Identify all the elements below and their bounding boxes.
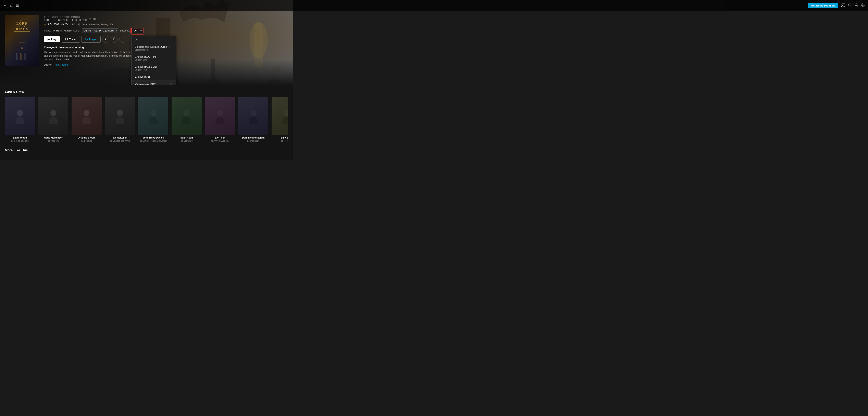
trash-icon	[113, 37, 116, 41]
cast-card-3[interactable]: Ian McKellen as Gandalf the White	[105, 97, 135, 142]
cast-card-7[interactable]: Dominic Monaghan as Meriadoc	[238, 97, 268, 142]
svg-point-39	[184, 110, 189, 116]
menu-icon[interactable]: ☰	[16, 3, 19, 8]
delete-button[interactable]	[111, 36, 118, 43]
director-link[interactable]: Peter Jackson	[54, 63, 69, 66]
main-content: THE LORD OF THE RINGS THE RETURN OF THE …	[0, 11, 293, 70]
subtitle-option-en-pgs[interactable]: English (PGSSUB) English-PGS	[131, 63, 176, 73]
subtitle-option-en-srt[interactable]: English (SRT)	[131, 73, 176, 80]
movie-info: THE LORD OF THE RINGS THE RETURN OF THE …	[44, 15, 288, 66]
image-icon[interactable]: ▣	[93, 17, 96, 20]
svg-point-41	[217, 110, 223, 116]
favorite-button[interactable]: ♥	[102, 36, 109, 43]
movie-title-area: THE LORD OF THE RINGS THE RETURN OF THE …	[44, 16, 288, 22]
svg-rect-15	[16, 54, 18, 60]
svg-point-40	[182, 117, 191, 124]
cast-name-0: Elijah Wood	[5, 136, 35, 139]
cast-photo-4	[138, 97, 168, 135]
cast-photo-inner-4	[138, 97, 168, 135]
subtitle-option-viet-subrip-content: Vietnamese (Default SUBRIP) Vietnamese S…	[135, 45, 170, 51]
home-icon[interactable]: ⌂	[10, 3, 12, 8]
svg-point-46	[282, 117, 288, 124]
more-button[interactable]: ···	[119, 36, 126, 43]
cast-section-title: Cast & Crew	[5, 90, 288, 94]
cast-photo-0	[5, 97, 35, 135]
tech-row: Video: 4K HEVC HDR10 Audio: English TRUE…	[44, 28, 288, 33]
svg-point-38	[149, 117, 158, 124]
cast-card-5[interactable]: Sean Astin as Samwise	[172, 97, 202, 142]
svg-point-45	[284, 110, 288, 116]
subtitle-option-viet-srt-content: Vietnamese (SRT)	[135, 83, 156, 85]
audio-select-wrapper[interactable]: English TRUEHD 7.1 (Default)	[82, 28, 118, 33]
cast-card-1[interactable]: Viggo Mortensen as Aragorn	[38, 97, 68, 142]
edit-icon[interactable]: ✎	[89, 17, 91, 20]
subtitle-select-wrapper[interactable]: Off	[131, 28, 144, 33]
cast-grid: Elijah Wood as Frodo Baggins Viggo Morte…	[5, 97, 288, 144]
subtitle-option-viet-subrip[interactable]: Vietnamese (Default SUBRIP) Vietnamese S…	[131, 43, 176, 53]
cast-card-2[interactable]: Orlando Bloom as Legolas	[71, 97, 102, 142]
subtitle-selected-value: Off	[134, 29, 137, 32]
subtitle-option-en-subrip-content: English (SUBRIP) English SRT	[135, 55, 156, 61]
cast-photo-inner-1	[38, 97, 68, 135]
trailer-button[interactable]: Trailer	[62, 36, 80, 43]
subtitle-option-en-pgs-content: English (PGSSUB) English-PGS	[135, 65, 157, 71]
subtitle-option-off[interactable]: Off	[131, 36, 176, 43]
video-label: Video:	[44, 29, 51, 32]
duration: 4h 23m	[61, 23, 69, 26]
cast-name-1: Viggo Mortensen	[38, 136, 68, 139]
cast-card-6[interactable]: Liv Tyler as Arwen Evenstar	[205, 97, 235, 142]
cast-photo-inner-7	[238, 97, 268, 135]
subtitle-option-off-label: Off	[135, 38, 138, 41]
subtitle-option-viet-srt[interactable]: Vietnamese (SRT) ✓	[131, 80, 176, 85]
svg-point-35	[117, 110, 123, 116]
played-button[interactable]: Played	[82, 36, 101, 43]
cast-photo-inner-2	[71, 97, 102, 135]
cast-photo-inner-3	[105, 97, 135, 135]
cast-photo-inner-8	[272, 97, 288, 135]
svg-point-36	[116, 117, 124, 124]
video-format: 4K HEVC HDR10	[53, 29, 71, 32]
nav-left: ← ⌂ ☰	[3, 3, 293, 8]
cast-photo-2	[71, 97, 102, 135]
back-icon[interactable]: ←	[3, 3, 7, 8]
cast-photo-1	[38, 97, 68, 135]
audio-select[interactable]: English TRUEHD 7.1 (Default)	[82, 28, 118, 33]
year: 2004	[54, 23, 59, 26]
cast-role-6: as Arwen Evenstar	[205, 140, 235, 142]
svg-rect-17	[20, 54, 22, 60]
cast-name-8: Billy Boyd	[272, 136, 288, 139]
more-like-this-title: More Like This	[5, 148, 288, 152]
cast-card-8[interactable]: Billy Boyd as Peregrin	[272, 97, 288, 142]
cast-name-2: Orlando Bloom	[71, 136, 102, 139]
subtitle-option-en-subrip-sub: English SRT	[135, 59, 156, 61]
star-icon: ★	[44, 23, 46, 26]
cast-card-4[interactable]: John Rhys-Davies as Gimli / Treebeard (v…	[138, 97, 168, 142]
subtitle-trigger[interactable]: Off	[131, 28, 144, 33]
subtitle-option-en-srt-content: English (SRT)	[135, 75, 151, 78]
svg-point-14	[21, 47, 23, 49]
subtitle-option-viet-subrip-label: Vietnamese (Default SUBRIP)	[135, 45, 170, 48]
cast-name-7: Dominic Monaghan	[238, 136, 268, 139]
svg-point-33	[84, 110, 89, 116]
cast-name-6: Liv Tyler	[205, 136, 235, 139]
cast-role-5: as Samwise	[172, 140, 202, 142]
svg-point-16	[16, 53, 17, 54]
svg-point-42	[215, 117, 224, 124]
subtitle-option-en-subrip[interactable]: English (SUBRIP) English SRT	[131, 53, 176, 63]
svg-point-32	[49, 117, 58, 124]
cast-photo-inner-0	[5, 97, 35, 135]
cast-card-0[interactable]: Elijah Wood as Frodo Baggins	[5, 97, 35, 142]
svg-point-43	[250, 110, 256, 116]
play-button[interactable]: ▶ Play	[44, 36, 60, 42]
cast-role-1: as Aragorn	[38, 140, 68, 142]
audio-label: Audio:	[73, 29, 80, 32]
cast-name-4: John Rhys-Davies	[138, 136, 168, 139]
cast-photo-5	[172, 97, 202, 135]
rating-value: 8.5	[48, 23, 52, 26]
cast-role-2: as Legolas	[71, 140, 102, 142]
subtitles-area[interactable]: Off Off Vie	[131, 28, 144, 33]
cast-role-4: as Gimli / Treebeard (voice)	[138, 140, 168, 142]
svg-point-29	[17, 110, 23, 116]
cast-photo-8	[272, 97, 288, 135]
subtitle-option-en-srt-label: English (SRT)	[135, 75, 151, 78]
